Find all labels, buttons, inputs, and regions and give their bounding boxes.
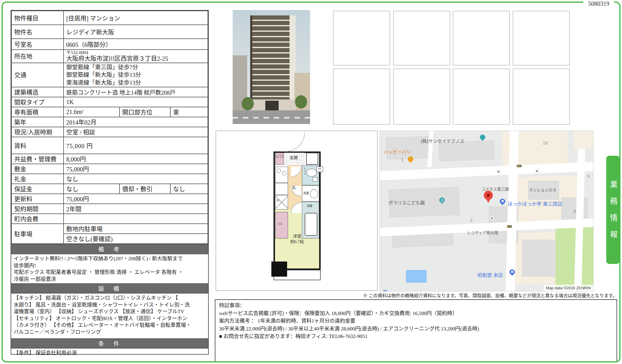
- table-row: 専有面積 21.6m² 開口部方位 東: [11, 107, 208, 117]
- photo-main-tower: [250, 15, 292, 110]
- row-label: 専有面積: [11, 107, 64, 117]
- row-value: 2014年02月: [64, 117, 208, 127]
- kitchen-label: K: [292, 185, 296, 191]
- table-row: 賃料75,000 円: [11, 137, 208, 154]
- postal-code: 〒532-0004: [66, 50, 205, 55]
- row-value: 東: [170, 107, 208, 117]
- place-dot-pin: [535, 169, 539, 173]
- row-value: なし: [170, 184, 208, 194]
- notes-line: ■ お問合せ先に指定があります：梅田オフィス: TEL06-7632-9051: [219, 333, 613, 340]
- toilet-icon: [306, 169, 317, 177]
- row-value: レジディア新大阪: [64, 25, 208, 39]
- map-label-company: (株)サンセイテクノス: [421, 138, 464, 144]
- section-header-equipment: 設 備: [11, 283, 208, 293]
- section-header-remarks: 備 考: [11, 244, 208, 254]
- table-row: 保証金 なし 償却・敷引 なし: [11, 184, 208, 194]
- map-number: 1: [401, 158, 404, 162]
- notes-line: webサービス広告掲載 [許可]・保険：保険要加入 18,000円（要確認）・カ…: [219, 310, 613, 317]
- map-block: [574, 131, 593, 149]
- table-row: 礼金なし: [11, 174, 208, 184]
- burner-icon: [277, 169, 281, 173]
- table-row: 駐車場敷地内駐車場: [11, 224, 208, 234]
- row-value: 鉄筋コンクリート造 地上14階 総戸数208戸: [64, 87, 208, 97]
- document-number: 5080319: [583, 0, 614, 8]
- map-number: 2: [470, 218, 473, 223]
- entrance-door-arc: [285, 132, 305, 152]
- access-line: 御堂筋線「新大阪」徒歩13分: [66, 71, 205, 79]
- row-value: 0605（6階部分）: [64, 39, 208, 50]
- map-number: 9: [587, 174, 590, 179]
- traffic-signal-icon: [517, 165, 522, 167]
- map-label-happy: ハッピーバリ: [384, 148, 411, 155]
- access-line: 御堂筋線「東三国」徒歩7分: [66, 63, 205, 71]
- map-label-mansion-hiro: マンションひろ: [529, 187, 556, 193]
- photo-placeholder: [513, 69, 570, 125]
- row-label: 築年: [11, 117, 64, 127]
- row-value: 75,000円: [64, 164, 208, 174]
- property-table: 物件種目[住居用] マンション 物件名レジディア新大阪 号室名0605（6階部分…: [11, 10, 209, 355]
- row-label: 償却・敷引: [119, 184, 170, 194]
- row-label: 駐車場: [11, 224, 64, 244]
- map-number: 8: [574, 209, 576, 214]
- map-building: [522, 240, 556, 277]
- row-label: 現況/入居時期: [11, 127, 64, 137]
- photo-tree: [295, 95, 307, 109]
- row-value: 1K: [64, 97, 208, 107]
- photo-placeholder: [333, 69, 390, 125]
- row-label: 契約期間: [11, 204, 64, 214]
- row-value: 2年間: [64, 204, 208, 214]
- row-value: 空きなし(要確認): [64, 234, 208, 244]
- basin-icon: [310, 189, 318, 198]
- table-row: 物件名レジディア新大阪: [11, 25, 208, 39]
- disclaimer-text: ※ この資料は物件の概略紹介資料になります。写真、間取図面、設備、概要などが現況…: [215, 292, 617, 298]
- notes-title: 特記事項：: [219, 302, 613, 310]
- business-info-tab-label: 業務情報: [607, 173, 618, 247]
- photo-placeholder: [393, 69, 450, 125]
- row-label: 号室名: [11, 39, 64, 50]
- entrance-storage: [306, 153, 318, 165]
- table-row: 更新料75,000円: [11, 194, 208, 204]
- business-info-tab: 業務情報: [606, 156, 620, 264]
- photo-placeholder: [453, 11, 510, 65]
- kitchen-sink: [275, 183, 288, 195]
- row-value: 21.6m²: [64, 107, 119, 117]
- notes-line: 案内方法備考 ： 1年未満の解約時、賃料1ヶ月分の違約金要: [219, 317, 613, 325]
- row-value: 〒532-0004 大阪府大阪市淀川区西宮原３丁目2-25: [64, 50, 208, 63]
- bathroom-label: 浴室: [307, 203, 313, 208]
- row-value: [64, 214, 208, 224]
- table-row: 物件種目[住居用] マンション: [11, 11, 208, 25]
- toilet-tank-icon: [313, 177, 317, 181]
- table-row: 敷金75,000円: [11, 164, 208, 174]
- room-label: 洋室 約6.7帖: [275, 234, 319, 245]
- row-label: 建築構造: [11, 87, 64, 97]
- row-value: 8,000円: [64, 154, 208, 164]
- row-label: 敷金: [11, 164, 64, 174]
- row-label: 礼金: [11, 174, 64, 184]
- map-pond: [406, 270, 427, 283]
- row-value: 空室 / 相談: [64, 127, 208, 137]
- refrigerator-label: 冷: [276, 198, 279, 203]
- photo-road-line: [233, 117, 310, 119]
- traffic-signal-icon: [507, 225, 512, 228]
- shoebox: シューズ ボックス: [275, 153, 284, 165]
- map-attribution: Map data ©2018 ZENRIN: [544, 285, 593, 291]
- access-line: 東海道線「新大阪」徒歩13分: [66, 79, 205, 87]
- photo-tree: [242, 97, 254, 110]
- photo-placeholder: [393, 11, 450, 65]
- table-row: 交通 御堂筋線「東三国」徒歩7分 御堂筋線「新大阪」徒歩13分 東海道線「新大阪…: [11, 63, 208, 87]
- row-value: なし: [64, 184, 119, 194]
- row-label: 共益費・管理費: [11, 154, 64, 164]
- table-row: 共益費・管理費8,000円: [11, 154, 208, 164]
- row-value: なし: [64, 174, 208, 184]
- pipe-space: PS: [316, 167, 323, 172]
- row-label: 賃料: [11, 137, 64, 154]
- toilet-label: トイレ: [303, 167, 306, 175]
- map-label-showado: 昭和堂 本店: [477, 271, 503, 278]
- row-label: 町内会費: [11, 214, 64, 224]
- location-map: (株)サンセイテクノス ハッピーバリ 1 🍴 19 コスモス東三国 マンションひ…: [380, 131, 594, 291]
- photo-placeholder: [453, 69, 510, 125]
- entrance-label: 玄関: [290, 154, 298, 160]
- row-label: 保証金: [11, 184, 64, 194]
- map-label-hokka: ほっかほっか亭 東三国店: [508, 200, 562, 207]
- property-sheet: 5080319 物件種目[住居用] マンション 物件名レジディア新大阪 号室名0…: [0, 0, 622, 364]
